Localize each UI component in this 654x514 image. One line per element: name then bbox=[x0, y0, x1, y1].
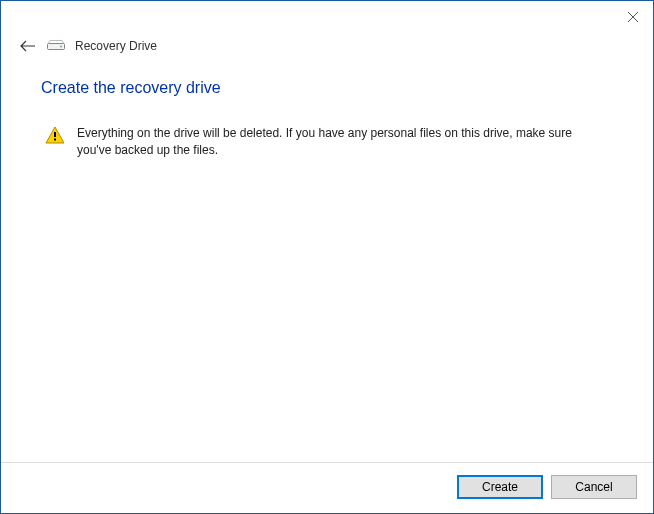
dialog-footer: Create Cancel bbox=[1, 462, 653, 513]
titlebar bbox=[1, 1, 653, 33]
recovery-drive-dialog: Recovery Drive Create the recovery drive… bbox=[0, 0, 654, 514]
arrow-left-icon bbox=[20, 40, 36, 52]
warning-text: Everything on the drive will be deleted.… bbox=[77, 125, 577, 159]
svg-rect-4 bbox=[54, 132, 56, 137]
close-icon bbox=[628, 12, 638, 22]
create-button[interactable]: Create bbox=[457, 475, 543, 499]
dialog-title: Recovery Drive bbox=[75, 39, 157, 53]
close-button[interactable] bbox=[621, 5, 645, 29]
svg-rect-5 bbox=[54, 139, 56, 141]
warning-icon bbox=[45, 126, 65, 148]
page-heading: Create the recovery drive bbox=[41, 79, 613, 97]
back-button[interactable] bbox=[19, 37, 37, 55]
warning-block: Everything on the drive will be deleted.… bbox=[41, 125, 613, 159]
cancel-button[interactable]: Cancel bbox=[551, 475, 637, 499]
dialog-content: Create the recovery drive Everything on … bbox=[1, 69, 653, 462]
drive-icon bbox=[47, 39, 65, 53]
dialog-header: Recovery Drive bbox=[1, 33, 653, 69]
svg-point-3 bbox=[60, 46, 62, 48]
